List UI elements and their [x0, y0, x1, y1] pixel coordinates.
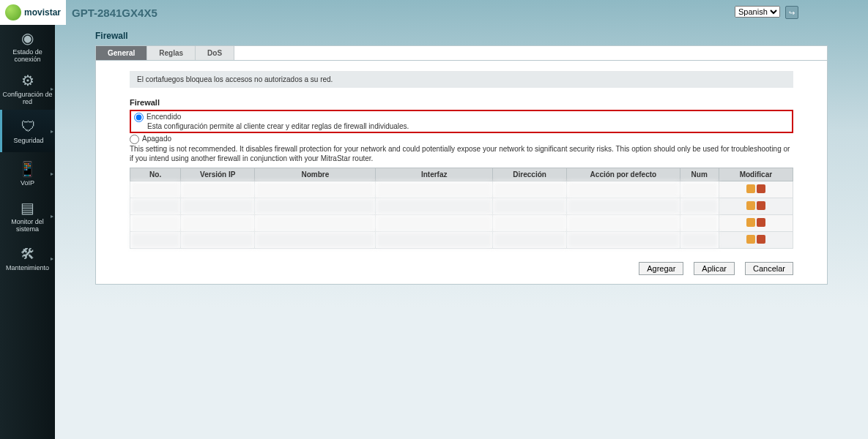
- bars-icon: ▤: [21, 199, 34, 217]
- cell-ipv: IPv6: [181, 215, 255, 232]
- globe-icon: ◉: [21, 29, 34, 47]
- th-mod: Modificar: [719, 168, 793, 181]
- rules-table: No. Versión IP Nombre Interfaz Dirección…: [130, 168, 793, 249]
- language-select-wrap: Spanish: [735, 6, 780, 18]
- radio-off-row[interactable]: Apagado: [130, 135, 793, 144]
- th-num: Num: [680, 168, 719, 181]
- info-bar: El cortafuegos bloquea los accesos no au…: [130, 71, 793, 88]
- brand-logo: movistar: [0, 0, 66, 25]
- phone-icon: 📱: [18, 160, 37, 178]
- shield-icon: 🛡: [21, 119, 36, 135]
- cell-num: 0: [680, 215, 719, 232]
- cell-no: 4: [130, 232, 181, 249]
- table-row: 2IPv4DEFAULT_OUTppp0.1outDrop0: [130, 198, 793, 215]
- cell-ipv: IPv6: [181, 232, 255, 249]
- sidebar-item-label: Monitor del sistema: [1, 218, 53, 233]
- sidebar-item-monitor[interactable]: ▤ Monitor del sistema ▸: [0, 195, 55, 237]
- chevron-right-icon: ▸: [51, 170, 53, 177]
- cell-modify: [719, 232, 793, 249]
- th-name: Nombre: [255, 168, 376, 181]
- th-dir: Dirección: [493, 168, 567, 181]
- sidebar: ◉ Estado de conexión ⚙ Configuración de …: [0, 25, 55, 439]
- cell-modify: [719, 181, 793, 198]
- sidebar-item-security[interactable]: 🛡 Seguridad ▸: [0, 110, 55, 152]
- cell-iface: ppp0.1: [376, 198, 493, 215]
- page-title: Firewall: [95, 31, 828, 41]
- sidebar-item-voip[interactable]: 📱 VoIP ▸: [0, 152, 55, 195]
- table-row: 3IPv6DEFAULT6_INallinAccept0: [130, 215, 793, 232]
- sidebar-item-maint[interactable]: 🛠 Mantenimiento ▸: [0, 237, 55, 279]
- cell-act: Accept: [567, 181, 680, 198]
- brand-text: movistar: [24, 7, 61, 18]
- cell-act: Drop: [567, 198, 680, 215]
- delete-icon[interactable]: [757, 201, 765, 210]
- table-row: 1IPv4DEFAULT_INallinAccept0: [130, 181, 793, 198]
- cell-no: 2: [130, 198, 181, 215]
- tab-general[interactable]: General: [96, 46, 147, 60]
- cell-name: DEFAULT_OUT: [255, 198, 376, 215]
- radio-on-row[interactable]: Encendido: [134, 113, 789, 122]
- radio-on-label: Encendido: [146, 113, 181, 121]
- th-iface: Interfaz: [376, 168, 493, 181]
- tab-content: El cortafuegos bloquea los accesos no au…: [96, 61, 827, 252]
- sidebar-item-label: VoIP: [21, 179, 34, 187]
- sidebar-item-label: Configuración de red: [1, 91, 53, 105]
- cell-no: 1: [130, 181, 181, 198]
- sidebar-item-status[interactable]: ◉ Estado de conexión: [0, 25, 55, 67]
- delete-icon[interactable]: [757, 218, 765, 227]
- cell-dir: out: [493, 198, 567, 215]
- chevron-right-icon: ▸: [51, 213, 53, 220]
- cell-iface: ppp0.1: [376, 232, 493, 249]
- sidebar-item-label: Mantenimiento: [6, 264, 49, 271]
- edit-icon[interactable]: [746, 184, 755, 193]
- cell-dir: in: [493, 181, 567, 198]
- tools-icon: 🛠: [21, 246, 35, 263]
- tab-rules[interactable]: Reglas: [147, 46, 196, 60]
- cell-num: 0: [680, 232, 719, 249]
- edit-icon[interactable]: [746, 218, 755, 227]
- cell-modify: [719, 198, 793, 215]
- main-content: Firewall General Reglas DoS El cortafueg…: [55, 25, 868, 439]
- edit-icon[interactable]: [746, 201, 755, 210]
- sidebar-item-config[interactable]: ⚙ Configuración de red ▸: [0, 67, 55, 110]
- cancel-button[interactable]: Cancelar: [745, 262, 793, 275]
- tab-dos[interactable]: DoS: [196, 46, 234, 60]
- radio-off-desc: This setting is not recommended. It disa…: [130, 145, 793, 163]
- apply-button[interactable]: Aplicar: [694, 262, 735, 275]
- logout-button[interactable]: ↪: [785, 6, 798, 19]
- radio-on-desc: Esta configuración permite al cliente cr…: [147, 122, 789, 130]
- panel: General Reglas DoS El cortafuegos bloque…: [95, 45, 828, 285]
- cell-name: DEFAULT6_IN: [255, 215, 376, 232]
- radio-off[interactable]: [130, 135, 139, 144]
- button-row: Agregar Aplicar Cancelar: [96, 252, 827, 275]
- brand-icon: [5, 4, 21, 20]
- cell-act: Drop: [567, 232, 680, 249]
- delete-icon[interactable]: [757, 235, 765, 244]
- cell-dir: in: [493, 215, 567, 232]
- language-select[interactable]: Spanish: [735, 6, 780, 18]
- cell-num: 0: [680, 198, 719, 215]
- delete-icon[interactable]: [757, 184, 765, 193]
- th-no: No.: [130, 168, 181, 181]
- firewall-subtitle: Firewall: [130, 98, 793, 107]
- edit-icon[interactable]: [746, 235, 755, 244]
- table-header-row: No. Versión IP Nombre Interfaz Dirección…: [130, 168, 793, 181]
- table-row: 4IPv6DEFAULT6_OUTppp0.1outDrop0: [130, 232, 793, 249]
- cell-no: 3: [130, 215, 181, 232]
- cell-iface: all: [376, 181, 493, 198]
- th-ipv: Versión IP: [181, 168, 255, 181]
- cell-ipv: IPv4: [181, 181, 255, 198]
- cell-modify: [719, 215, 793, 232]
- radio-on[interactable]: [134, 113, 144, 122]
- sidebar-item-label: Seguridad: [13, 137, 43, 144]
- cell-iface: all: [376, 215, 493, 232]
- chevron-right-icon: ▸: [51, 86, 53, 92]
- radio-on-highlight: Encendido Esta configuración permite al …: [130, 110, 793, 133]
- cell-dir: out: [493, 232, 567, 249]
- cell-num: 0: [680, 181, 719, 198]
- cell-act: Accept: [567, 215, 680, 232]
- add-button[interactable]: Agregar: [639, 262, 683, 275]
- logout-icon: ↪: [789, 9, 795, 17]
- th-act: Acción por defecto: [567, 168, 680, 181]
- cell-ipv: IPv4: [181, 198, 255, 215]
